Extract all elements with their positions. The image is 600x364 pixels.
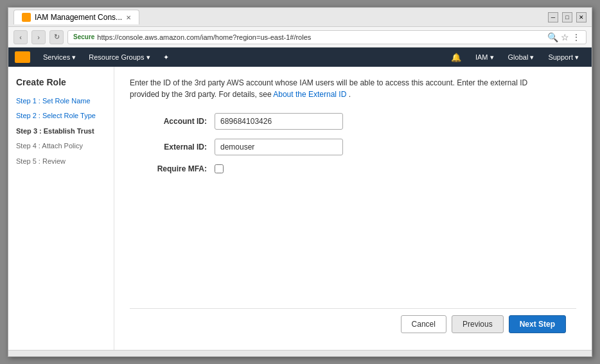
url-bar[interactable]: Secure https://console.aws.amazon.com/ia… [67, 30, 587, 44]
address-bar: ‹ › ↻ Secure https://console.aws.amazon.… [8, 27, 592, 48]
minimize-button[interactable]: ─ [548, 12, 558, 22]
require-mfa-checkbox[interactable] [215, 164, 224, 173]
forward-button[interactable]: › [31, 30, 46, 44]
account-id-row: Account ID: [143, 113, 576, 130]
nav-resource-groups[interactable]: Resource Groups ▾ [82, 48, 156, 67]
window-controls: ─ □ ✕ [548, 12, 587, 22]
sidebar: Create Role Step 1 : Set Role Name Step … [8, 67, 114, 350]
sidebar-step-3: Step 3 : Establish Trust [16, 126, 106, 136]
external-id-input[interactable] [215, 139, 343, 155]
nav-support-label: Support ▾ [548, 53, 579, 62]
scrollbar-area[interactable] [8, 350, 592, 356]
sidebar-step-4: Step 4 : Attach Policy [16, 141, 106, 151]
nav-resource-groups-label: Resource Groups ▾ [89, 53, 150, 62]
close-button[interactable]: ✕ [576, 12, 587, 22]
main-area: Create Role Step 1 : Set Role Name Step … [8, 67, 592, 350]
nav-services-label: Services ▾ [43, 53, 76, 62]
bell-icon: 🔔 [451, 53, 461, 62]
aws-navbar: Services ▾ Resource Groups ▾ ✦ 🔔 IAM ▾ G… [8, 48, 592, 67]
sidebar-step-5: Step 5 : Review [16, 157, 106, 166]
address-bar-icons: 🔍 ☆ ⋮ [547, 32, 581, 42]
account-id-label: Account ID: [143, 117, 207, 126]
browser-tab[interactable]: IAM Management Cons... ✕ [13, 10, 139, 24]
nav-star[interactable]: ✦ [157, 48, 175, 67]
external-id-label: External ID: [143, 143, 207, 152]
title-bar: IAM Management Cons... ✕ ─ □ ✕ [8, 8, 592, 27]
nav-global[interactable]: Global ▾ [502, 48, 541, 67]
sidebar-title: Create Role [16, 77, 106, 87]
nav-bell[interactable]: 🔔 [445, 48, 468, 67]
tab-title: IAM Management Cons... [35, 13, 122, 22]
external-id-link[interactable]: About the External ID [273, 90, 346, 99]
url-text: https://console.aws.amazon.com/iam/home?… [97, 33, 311, 41]
previous-button[interactable]: Previous [452, 315, 504, 333]
account-id-input[interactable] [215, 113, 343, 130]
secure-badge: Secure [73, 33, 94, 40]
tab-close-button[interactable]: ✕ [126, 14, 131, 21]
require-mfa-row: Require MFA: [143, 164, 576, 173]
search-icon[interactable]: 🔍 [547, 32, 558, 42]
menu-icon[interactable]: ⋮ [572, 32, 581, 42]
nav-star-icon: ✦ [163, 53, 169, 62]
refresh-button[interactable]: ↻ [49, 30, 64, 44]
nav-global-label: Global ▾ [508, 53, 534, 62]
form-section: Account ID: External ID: Require MFA: [130, 113, 576, 182]
bottom-bar: Cancel Previous Next Step [130, 308, 576, 340]
require-mfa-label: Require MFA: [143, 164, 207, 173]
aws-nav-right: 🔔 IAM ▾ Global ▾ Support ▾ [445, 48, 585, 67]
external-id-row: External ID: [143, 139, 576, 155]
bookmark-icon[interactable]: ☆ [561, 32, 569, 42]
cancel-button[interactable]: Cancel [401, 315, 446, 333]
description-text: Enter the ID of the 3rd party AWS accoun… [130, 77, 528, 100]
tab-favicon [22, 13, 31, 22]
nav-iam[interactable]: IAM ▾ [469, 48, 500, 67]
nav-iam-label: IAM ▾ [475, 53, 494, 62]
maximize-button[interactable]: □ [562, 12, 572, 22]
sidebar-step-1[interactable]: Step 1 : Set Role Name [16, 96, 106, 106]
nav-services[interactable]: Services ▾ [37, 48, 82, 67]
back-button[interactable]: ‹ [13, 30, 28, 44]
aws-logo [15, 51, 30, 63]
sidebar-step-2[interactable]: Step 2 : Select Role Type [16, 111, 106, 121]
nav-support[interactable]: Support ▾ [542, 48, 585, 67]
content-area: Enter the ID of the 3rd party AWS accoun… [114, 67, 592, 350]
next-step-button[interactable]: Next Step [509, 315, 566, 333]
